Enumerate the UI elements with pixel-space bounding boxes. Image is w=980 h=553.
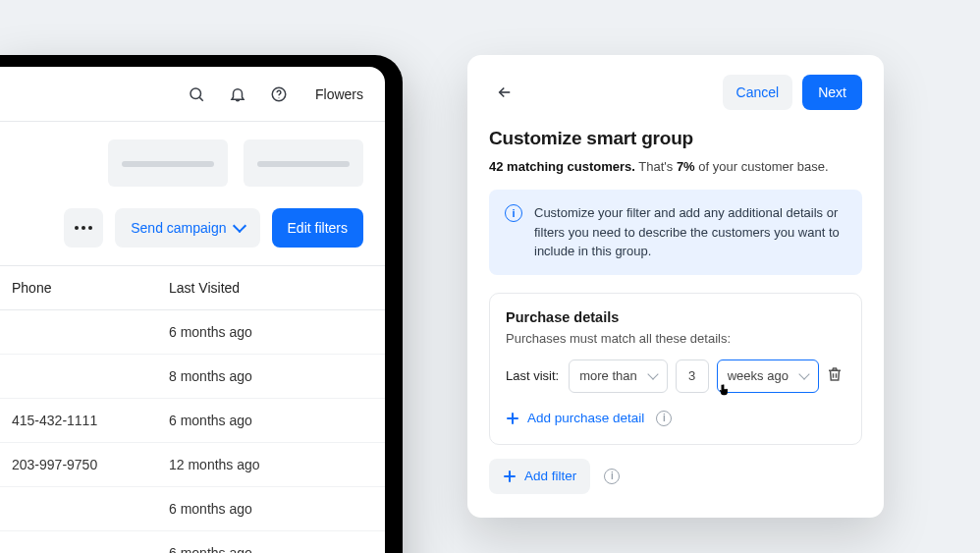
brand-label[interactable]: Flowers bbox=[315, 86, 363, 102]
add-filter-button[interactable]: Add filter bbox=[489, 459, 590, 494]
cell-phone: 415-432-1111 bbox=[0, 399, 157, 443]
cell-visited: 6 months ago bbox=[157, 310, 385, 355]
column-header-phone[interactable]: Phone bbox=[0, 266, 157, 310]
edit-filters-label: Edit filters bbox=[288, 220, 348, 236]
section-subtitle: Purchases must match all these details: bbox=[506, 331, 845, 346]
cell-phone bbox=[0, 355, 157, 399]
delete-filter-button[interactable] bbox=[826, 365, 847, 387]
svg-line-1 bbox=[199, 97, 202, 100]
cell-visited: 8 months ago bbox=[157, 355, 385, 399]
match-pct: 7% bbox=[677, 159, 695, 174]
cell-visited: 6 months ago bbox=[157, 487, 385, 531]
customize-smart-group-modal: Cancel Next Customize smart group 42 mat… bbox=[467, 55, 884, 518]
send-campaign-label: Send campaign bbox=[131, 220, 226, 236]
next-label: Next bbox=[818, 84, 846, 100]
device-frame: Flowers Send campaign Edit filters Phone bbox=[0, 55, 403, 553]
table-row[interactable]: 203-997-9750 12 months ago bbox=[0, 443, 385, 487]
plus-icon bbox=[506, 412, 519, 425]
plus-icon bbox=[503, 470, 517, 483]
add-purchase-detail-button[interactable]: Add purchase detail i bbox=[506, 411, 845, 426]
cell-phone bbox=[0, 487, 157, 531]
svg-point-3 bbox=[278, 97, 279, 98]
unit-select[interactable]: weeks ago bbox=[717, 359, 819, 393]
cell-visited: 6 months ago bbox=[157, 531, 385, 554]
table-row[interactable]: 415-432-1111 6 months ago bbox=[0, 399, 385, 443]
toolbar: Send campaign Edit filters bbox=[0, 187, 385, 266]
table-row[interactable]: 8 months ago bbox=[0, 355, 385, 399]
ellipsis-icon bbox=[75, 226, 92, 230]
value-text: 3 bbox=[688, 368, 695, 383]
pct-suffix: of your customer base. bbox=[698, 159, 828, 174]
value-input[interactable]: 3 bbox=[676, 359, 709, 393]
bell-icon[interactable] bbox=[227, 83, 248, 105]
help-icon[interactable] bbox=[268, 83, 290, 105]
add-purchase-detail-label: Add purchase detail bbox=[527, 411, 644, 425]
match-count: 42 bbox=[489, 159, 503, 174]
table-row[interactable]: 6 months ago bbox=[0, 531, 385, 554]
add-filter-row: Add filter i bbox=[489, 459, 862, 494]
cell-phone: 203-997-9750 bbox=[0, 443, 157, 487]
summary-card bbox=[244, 139, 363, 187]
modal-title: Customize smart group bbox=[489, 128, 862, 149]
cell-phone bbox=[0, 531, 157, 554]
info-banner: i Customize your filter and add any addi… bbox=[489, 190, 862, 275]
info-banner-text: Customize your filter and add any additi… bbox=[534, 203, 846, 261]
customers-table: Phone Last Visited 6 months ago 8 months… bbox=[0, 266, 385, 553]
modal-header: Cancel Next bbox=[489, 75, 862, 110]
pct-prefix: That's bbox=[638, 159, 673, 174]
app-window: Flowers Send campaign Edit filters Phone bbox=[0, 67, 385, 553]
cell-phone bbox=[0, 310, 157, 355]
send-campaign-button[interactable]: Send campaign bbox=[115, 208, 259, 248]
cell-visited: 6 months ago bbox=[157, 399, 385, 443]
operator-select[interactable]: more than bbox=[569, 359, 668, 393]
info-icon: i bbox=[505, 204, 522, 222]
next-button[interactable]: Next bbox=[802, 75, 862, 110]
edit-filters-button[interactable]: Edit filters bbox=[272, 208, 363, 248]
cancel-label: Cancel bbox=[736, 84, 780, 100]
column-header-visited[interactable]: Last Visited bbox=[157, 266, 385, 310]
operator-value: more than bbox=[579, 368, 637, 383]
overflow-menu-button[interactable] bbox=[64, 208, 103, 248]
summary-cards bbox=[0, 122, 385, 187]
chevron-down-icon bbox=[232, 219, 245, 233]
filter-row-last-visit: Last visit: more than 3 weeks ago bbox=[506, 359, 845, 393]
topbar: Flowers bbox=[0, 67, 385, 122]
info-icon[interactable]: i bbox=[656, 411, 672, 426]
info-icon[interactable]: i bbox=[604, 469, 620, 484]
table-row[interactable]: 6 months ago bbox=[0, 310, 385, 355]
cancel-button[interactable]: Cancel bbox=[723, 75, 793, 110]
section-title: Purchase details bbox=[506, 309, 845, 325]
purchase-details-section: Purchase details Purchases must match al… bbox=[489, 293, 862, 445]
chevron-down-icon bbox=[647, 368, 658, 379]
filter-label: Last visit: bbox=[506, 368, 559, 383]
chevron-down-icon bbox=[798, 368, 809, 379]
match-summary: 42 matching customers. That's 7% of your… bbox=[489, 159, 862, 174]
match-count-suffix: matching customers. bbox=[507, 159, 635, 174]
unit-value: weeks ago bbox=[728, 368, 789, 383]
back-button[interactable] bbox=[489, 77, 520, 108]
svg-point-0 bbox=[191, 88, 201, 99]
arrow-left-icon bbox=[496, 83, 514, 101]
table-row[interactable]: 6 months ago bbox=[0, 487, 385, 531]
cell-visited: 12 months ago bbox=[157, 443, 385, 487]
trash-icon bbox=[826, 365, 844, 383]
summary-card bbox=[108, 139, 228, 187]
search-icon[interactable] bbox=[186, 83, 207, 105]
add-filter-label: Add filter bbox=[524, 469, 576, 483]
